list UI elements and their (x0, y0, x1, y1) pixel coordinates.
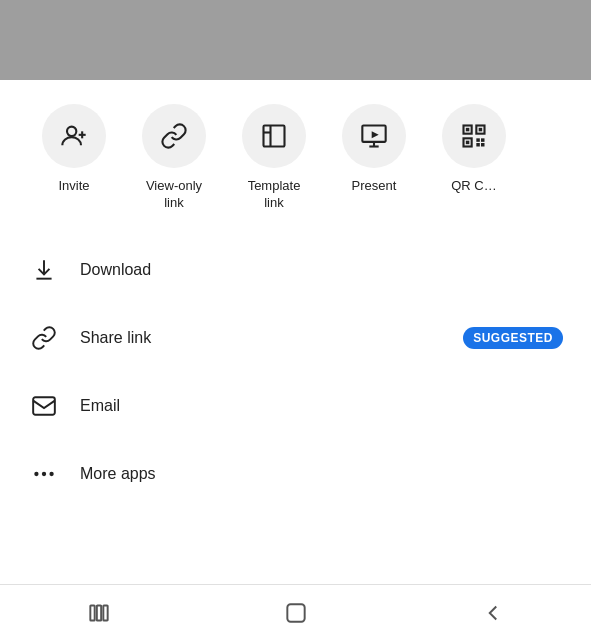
present-icon-circle (342, 104, 406, 168)
svg-rect-3 (264, 126, 285, 147)
svg-rect-18 (481, 143, 485, 147)
share-link-label: Share link (80, 329, 463, 347)
icon-item-view-only-link[interactable]: View-onlylink (124, 104, 224, 212)
link-icon (160, 122, 188, 150)
suggested-badge: SUGGESTED (463, 327, 563, 349)
present-label: Present (352, 178, 397, 195)
download-label: Download (80, 261, 563, 279)
icon-item-present[interactable]: Present (324, 104, 424, 195)
template-link-label: Templatelink (248, 178, 301, 212)
template-icon (260, 122, 288, 150)
list-item-share-link[interactable]: Share link SUGGESTED (0, 304, 591, 372)
qr-code-icon-circle (442, 104, 506, 168)
list-item-more-apps[interactable]: More apps (0, 440, 591, 508)
home-icon (283, 600, 309, 626)
more-apps-label: More apps (80, 465, 563, 483)
svg-point-22 (49, 472, 53, 476)
bottom-sheet: Invite View-onlylink Templatelink (0, 80, 591, 508)
bottom-nav (0, 584, 591, 640)
svg-rect-12 (479, 128, 483, 131)
icon-item-invite[interactable]: Invite (24, 104, 124, 195)
svg-rect-13 (466, 141, 470, 145)
list-item-download[interactable]: Download (0, 236, 591, 304)
qr-icon (460, 122, 488, 150)
nav-recents-button[interactable] (59, 593, 139, 633)
present-icon (360, 122, 388, 150)
share-link-icon (28, 322, 60, 354)
svg-rect-11 (466, 128, 470, 131)
top-bar (0, 0, 591, 80)
svg-rect-24 (96, 605, 100, 620)
more-apps-icon (28, 458, 60, 490)
list-item-email[interactable]: Email (0, 372, 591, 440)
svg-rect-25 (103, 605, 107, 620)
back-icon (480, 600, 506, 626)
svg-rect-15 (476, 138, 480, 142)
svg-point-20 (34, 472, 38, 476)
svg-rect-23 (90, 605, 94, 620)
add-person-icon (60, 122, 88, 150)
view-only-link-label: View-onlylink (146, 178, 202, 212)
svg-rect-26 (287, 604, 304, 621)
invite-label: Invite (58, 178, 89, 195)
email-label: Email (80, 397, 563, 415)
view-only-link-icon-circle (142, 104, 206, 168)
email-icon (28, 390, 60, 422)
svg-point-0 (67, 127, 76, 136)
svg-point-21 (42, 472, 46, 476)
icon-item-template-link[interactable]: Templatelink (224, 104, 324, 212)
icon-row: Invite View-onlylink Templatelink (0, 104, 591, 236)
nav-home-button[interactable] (256, 593, 336, 633)
nav-back-button[interactable] (453, 593, 533, 633)
svg-rect-16 (481, 138, 485, 142)
recents-icon (86, 600, 112, 626)
svg-rect-17 (476, 143, 480, 147)
svg-rect-19 (33, 397, 55, 414)
invite-icon-circle (42, 104, 106, 168)
template-link-icon-circle (242, 104, 306, 168)
icon-item-qr-code[interactable]: QR C… (424, 104, 524, 195)
download-icon (28, 254, 60, 286)
svg-marker-7 (372, 131, 379, 138)
qr-code-label: QR C… (451, 178, 497, 195)
